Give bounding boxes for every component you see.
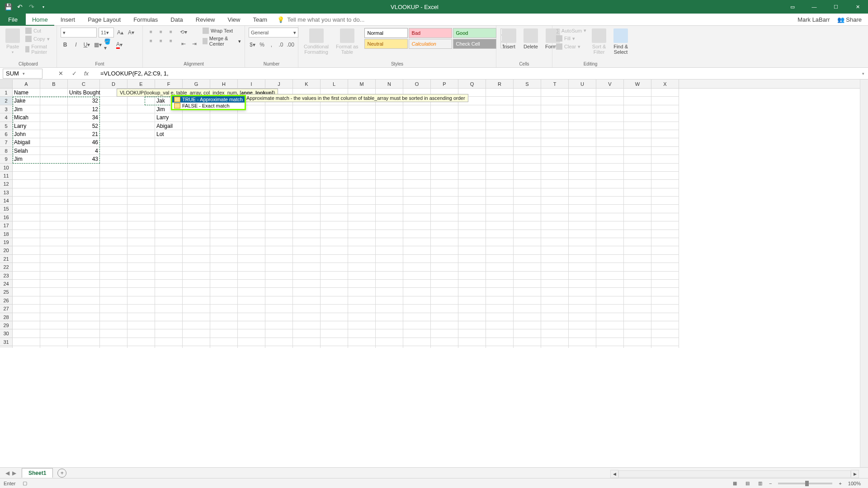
cell[interactable]	[376, 305, 403, 313]
cell[interactable]	[210, 130, 238, 138]
cell[interactable]	[321, 205, 348, 213]
cell[interactable]	[569, 313, 596, 321]
cell[interactable]	[155, 205, 183, 213]
cell[interactable]	[210, 280, 238, 288]
cell[interactable]	[210, 205, 238, 213]
cell[interactable]	[569, 113, 596, 122]
cell[interactable]	[40, 238, 68, 246]
row-header[interactable]: 20	[0, 246, 13, 254]
cell[interactable]	[293, 188, 321, 197]
cell[interactable]	[486, 230, 514, 238]
cell[interactable]	[210, 155, 238, 163]
column-header[interactable]: M	[348, 80, 376, 88]
cell[interactable]	[376, 321, 403, 329]
sheet-nav-next-icon[interactable]: ▶	[12, 470, 16, 476]
cell[interactable]	[13, 255, 40, 263]
cell[interactable]	[321, 155, 348, 163]
align-left-icon[interactable]: ≡	[146, 37, 156, 45]
cell[interactable]	[458, 338, 486, 346]
cell[interactable]	[238, 213, 265, 221]
cell[interactable]	[376, 205, 403, 213]
cell[interactable]	[596, 213, 624, 221]
cell[interactable]	[155, 230, 183, 238]
row-header[interactable]: 6	[0, 130, 13, 138]
cell[interactable]	[183, 221, 210, 230]
zoom-out-button[interactable]: −	[767, 481, 774, 486]
cell[interactable]	[265, 272, 293, 280]
cell[interactable]	[348, 138, 376, 146]
zoom-in-button[interactable]: +	[837, 481, 843, 486]
cell[interactable]	[541, 272, 569, 280]
cell[interactable]	[431, 263, 458, 271]
row-header[interactable]: 2	[0, 97, 13, 105]
row-header[interactable]: 29	[0, 321, 13, 329]
cell[interactable]	[13, 272, 40, 280]
cell[interactable]	[238, 205, 265, 213]
formula-autocomplete-dropdown[interactable]: TRUE - Approximate match FALSE - Exact m…	[171, 95, 246, 110]
cell[interactable]	[127, 329, 155, 338]
cell[interactable]	[403, 205, 431, 213]
cell[interactable]	[183, 313, 210, 321]
cell[interactable]	[486, 272, 514, 280]
cell[interactable]	[210, 346, 238, 348]
row-header[interactable]: 22	[0, 263, 13, 271]
cell[interactable]: Units Bought	[68, 89, 100, 97]
cell[interactable]	[514, 296, 541, 305]
column-header[interactable]: W	[624, 80, 651, 88]
autocomplete-item-false[interactable]: FALSE - Exact match	[172, 103, 245, 109]
cell[interactable]	[127, 213, 155, 221]
cell[interactable]	[403, 288, 431, 296]
cell[interactable]	[624, 288, 651, 296]
row-header[interactable]: 7	[0, 138, 13, 146]
cell[interactable]	[651, 172, 679, 180]
cell[interactable]	[569, 263, 596, 271]
cell[interactable]	[100, 130, 127, 138]
cell[interactable]	[431, 321, 458, 329]
cell[interactable]	[127, 197, 155, 205]
cell[interactable]	[376, 188, 403, 197]
cell[interactable]	[155, 305, 183, 313]
cell[interactable]	[348, 338, 376, 346]
cell[interactable]	[541, 288, 569, 296]
cell[interactable]	[569, 147, 596, 155]
cell[interactable]	[183, 147, 210, 155]
cell[interactable]	[514, 113, 541, 122]
cell[interactable]	[348, 113, 376, 122]
cell[interactable]	[127, 97, 155, 105]
cell[interactable]	[541, 180, 569, 188]
cell[interactable]	[486, 97, 514, 105]
cell[interactable]	[651, 296, 679, 305]
cell[interactable]	[321, 197, 348, 205]
border-button[interactable]: ▦▾	[93, 40, 102, 49]
column-header[interactable]: E	[127, 80, 155, 88]
cell[interactable]	[624, 305, 651, 313]
cell[interactable]	[265, 246, 293, 254]
cell[interactable]: 21	[68, 130, 100, 138]
cell[interactable]	[13, 263, 40, 271]
cell[interactable]	[403, 188, 431, 197]
cell[interactable]	[376, 338, 403, 346]
cell[interactable]	[127, 113, 155, 122]
cell[interactable]	[238, 346, 265, 348]
cell[interactable]	[238, 313, 265, 321]
cell[interactable]	[596, 230, 624, 238]
cell[interactable]	[624, 180, 651, 188]
cell[interactable]	[486, 338, 514, 346]
cell[interactable]	[210, 164, 238, 172]
cell[interactable]	[486, 321, 514, 329]
style-check-cell[interactable]: Check Cell	[453, 39, 496, 49]
cell[interactable]	[321, 172, 348, 180]
cell[interactable]	[238, 238, 265, 246]
cell[interactable]	[210, 172, 238, 180]
cell[interactable]	[293, 272, 321, 280]
minimize-button[interactable]: —	[804, 0, 825, 14]
cell[interactable]	[238, 263, 265, 271]
cell[interactable]	[348, 288, 376, 296]
cell[interactable]	[100, 213, 127, 221]
cell[interactable]	[155, 280, 183, 288]
cell[interactable]	[183, 338, 210, 346]
cell[interactable]	[40, 272, 68, 280]
cell[interactable]	[376, 238, 403, 246]
cell[interactable]	[376, 272, 403, 280]
macro-record-icon[interactable]: ▢	[23, 480, 27, 486]
